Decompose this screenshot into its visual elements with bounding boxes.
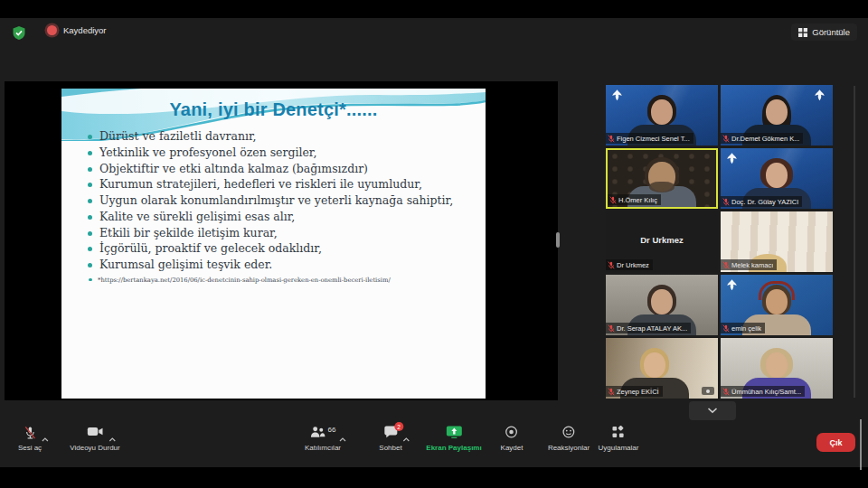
record-icon	[505, 426, 518, 438]
collapse-gallery-button[interactable]	[689, 401, 736, 420]
participant-nameplate: Figen Cizmeci Senel T...	[606, 133, 693, 144]
apps-icon	[612, 426, 625, 438]
slide-bullet: Kurumun stratejileri, hedefleri ve riskl…	[88, 176, 478, 192]
stop-video-label: Videoyu Durdur	[70, 444, 119, 452]
top-bar: Kaydediyor Görüntüle	[0, 13, 868, 51]
participant-name: Melek kamacı	[731, 261, 773, 269]
participant-name: Ümmühan Kılıç/Samt...	[731, 388, 801, 396]
slide-bullet: Kurumsal gelişimi teşvik eder.	[88, 257, 478, 273]
muted-mic-icon	[722, 324, 730, 333]
chevron-up-icon[interactable]	[339, 437, 346, 442]
share-screen-button[interactable]: Ekran Paylaşımı	[426, 426, 481, 452]
participant-tile-melek[interactable]: Melek kamacı	[721, 211, 833, 272]
participant-tile-gulay[interactable]: Doç. Dr. Gülay YAZICI	[721, 148, 833, 209]
mic-muted-icon	[24, 426, 35, 440]
institution-logo-icon	[725, 152, 739, 165]
reactions-label: Reaksiyonlar	[548, 444, 590, 452]
participant-tile-emin[interactable]: emin çelik	[721, 275, 833, 335]
participant-nameplate: emin çelik	[721, 323, 765, 333]
muted-mic-icon	[608, 388, 615, 396]
camera-icon	[702, 387, 714, 395]
muted-mic-icon	[722, 135, 730, 143]
participant-nameplate: Dr Urkmez	[606, 259, 653, 270]
slide-bullet: İçgörülü, proaktif ve gelecek odaklıdır,	[88, 240, 478, 257]
bottom-toolbar: Sesi aç Videoyu Durdur 66 Katılımcılar 2	[0, 420, 868, 467]
panel-resize-handle[interactable]	[556, 232, 560, 248]
participant-tile-ummuhan[interactable]: Ümmühan Kılıç/Samt...	[721, 338, 833, 399]
reactions-button[interactable]: Reaksiyonlar	[548, 426, 590, 452]
stop-video-button[interactable]: Videoyu Durdur	[70, 426, 119, 452]
muted-mic-icon	[608, 135, 615, 143]
participant-nameplate: H.Ömer Kılıç	[608, 194, 661, 205]
reactions-smiley-icon	[562, 426, 575, 438]
slide-bullet: Objektiftir ve etki altında kalmaz (bağı…	[88, 161, 478, 177]
recording-label: Kaydediyor	[63, 25, 107, 35]
participants-button[interactable]: 66 Katılımcılar	[305, 426, 341, 452]
chat-button[interactable]: 2 Sohbet	[379, 426, 401, 452]
participant-tile-serap[interactable]: Dr. Serap ATALAY AK...	[606, 275, 718, 335]
participant-tile-demet[interactable]: Dr.Demet Gökmen K...	[721, 85, 833, 145]
record-label: Kaydet	[501, 444, 524, 452]
muted-mic-icon	[722, 388, 730, 396]
participant-name: emin çelik	[731, 324, 761, 333]
participant-nameplate: Ümmühan Kılıç/Samt...	[721, 386, 805, 397]
presentation-slide: Yani, iyi bir Denetçi*...... Dürüst ve f…	[61, 89, 486, 399]
gallery-scrollbar[interactable]	[854, 86, 855, 398]
participants-label: Katılımcılar	[305, 444, 341, 452]
muted-mic-icon	[609, 196, 617, 204]
participant-name: Dr.Demet Gökmen K...	[731, 135, 799, 143]
unmute-button[interactable]: Sesi aç	[18, 426, 42, 452]
unmute-label: Sesi aç	[18, 444, 42, 452]
chevron-down-icon	[707, 408, 718, 414]
institution-logo-icon	[813, 89, 826, 102]
chevron-up-icon[interactable]	[41, 437, 48, 442]
participant-name: Doç. Dr. Gülay YAZICI	[731, 198, 798, 206]
muted-mic-icon	[722, 261, 730, 269]
participant-tile-zeynep[interactable]: Zeynep EKİCİ	[606, 338, 718, 399]
slide-bullet: Dürüst ve faziletli davranır,	[88, 128, 478, 145]
participant-tile-urkmez-video-off[interactable]: Dr Urkmez Dr Urkmez	[606, 211, 718, 272]
participant-nameplate: Doç. Dr. Gülay YAZICI	[721, 196, 802, 207]
video-off-name: Dr Urkmez	[606, 235, 718, 245]
apps-button[interactable]: Uygulamalar	[599, 426, 639, 452]
participant-tile-figen[interactable]: Figen Cizmeci Senel T...	[606, 85, 718, 145]
participant-name: Figen Cizmeci Senel T...	[617, 135, 690, 143]
participant-name: Dr. Serap ATALAY AK...	[617, 324, 687, 333]
zoom-meeting-window: Kaydediyor Görüntüle Yani, iyi bir Dene	[0, 0, 868, 488]
muted-mic-icon	[608, 324, 615, 333]
slide-bullet-list: Dürüst ve faziletli davranır, Yetkinlik …	[61, 128, 486, 273]
video-camera-icon	[87, 426, 103, 437]
share-screen-icon	[446, 426, 462, 438]
record-button[interactable]: Kaydet	[501, 426, 524, 452]
leave-button[interactable]: Çık	[816, 433, 855, 452]
recording-dot-icon	[47, 25, 57, 35]
participant-nameplate: Dr. Serap ATALAY AK...	[606, 323, 691, 333]
participants-icon	[310, 426, 326, 438]
participant-name: H.Ömer Kılıç	[618, 196, 657, 204]
view-label: Görüntüle	[812, 27, 850, 37]
chevron-up-icon[interactable]	[108, 437, 116, 442]
shared-screen-area: Yani, iyi bir Denetçi*...... Dürüst ve f…	[5, 81, 558, 400]
slide-bullet: Uygun olarak konumlandırılmıştır ve yete…	[88, 192, 478, 209]
slide-bullet: Yetkinlik ve profesyonel özen sergiler,	[88, 145, 478, 161]
participant-name: Zeynep EKİCİ	[617, 388, 659, 396]
participant-tile-omer-active-speaker[interactable]: H.Ömer Kılıç	[606, 148, 718, 209]
muted-mic-icon	[722, 198, 730, 206]
slide-bullet: Etkili bir şekilde iletişim kurar,	[88, 225, 478, 241]
participant-grid: Figen Cizmeci Senel T... Dr.Demet Gökmen…	[606, 85, 833, 399]
apps-label: Uygulamalar	[599, 444, 639, 452]
participant-nameplate: Zeynep EKİCİ	[606, 386, 663, 397]
share-screen-label: Ekran Paylaşımı	[426, 444, 481, 452]
participant-name: Dr Urkmez	[617, 261, 649, 269]
view-button[interactable]: Görüntüle	[791, 23, 857, 41]
slide-bullet: Kalite ve sürekli gelişimi esas alır,	[88, 209, 478, 225]
participant-nameplate: Dr.Demet Gökmen K...	[721, 133, 803, 144]
slide-title: Yani, iyi bir Denetçi*......	[67, 99, 480, 120]
chevron-up-icon[interactable]	[402, 437, 410, 442]
chat-badge: 2	[394, 422, 403, 431]
muted-mic-icon	[608, 261, 615, 269]
encryption-shield-icon[interactable]	[13, 26, 25, 40]
participant-nameplate: Melek kamacı	[721, 259, 777, 270]
chat-label: Sohbet	[379, 444, 401, 452]
institution-logo-icon	[725, 278, 739, 292]
